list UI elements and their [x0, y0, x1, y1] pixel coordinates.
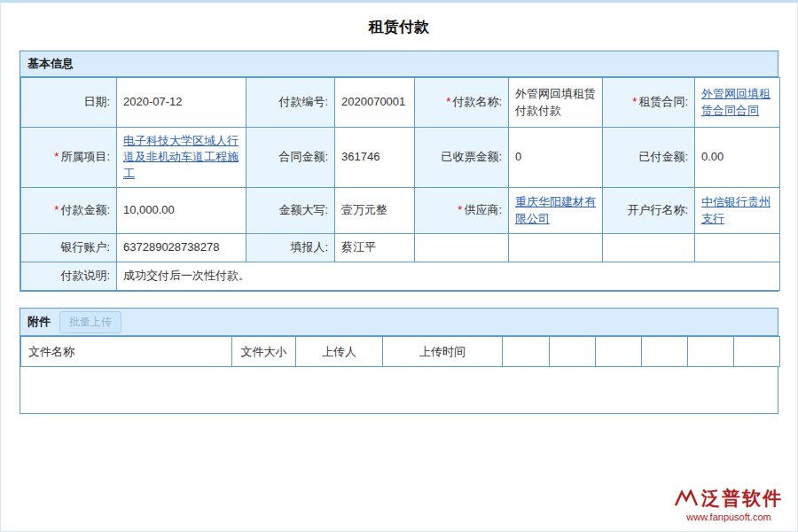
column-file-name: 文件名称 [21, 337, 232, 367]
attachments-header-row: 文件名称 文件大小 上传人 上传时间 [21, 337, 780, 367]
lease-contract-link[interactable]: 外管网回填租赁合同合同 [701, 87, 771, 116]
lease-contract-value-cell: 外管网回填租赁合同合同 [695, 78, 780, 128]
preparer-label: 填报人: [246, 234, 335, 262]
column-file-size: 文件大小 [232, 337, 296, 367]
lease-contract-label: *租赁合同: [603, 78, 695, 128]
supplier-link[interactable]: 重庆华阳建材有限公司 [515, 195, 596, 224]
required-asterisk: * [446, 95, 450, 108]
attachments-title: 附件 [27, 314, 51, 330]
pay-note-label: 付款说明: [21, 262, 117, 291]
required-asterisk: * [458, 203, 462, 216]
empty-cell [415, 234, 509, 262]
basic-info-row-3: *付款金额: 10,000.00 金额大写: 壹万元整 *供应商: 重庆华阳建材… [21, 188, 780, 234]
contract-amount-label: 合同金额: [246, 128, 335, 188]
column-empty-3 [596, 337, 642, 367]
brand-name: 泛普软件 [701, 486, 783, 511]
attachments-table: 文件名称 文件大小 上传人 上传时间 [20, 336, 780, 367]
basic-info-section-header: 基本信息 [20, 51, 778, 77]
page-title: 租赁付款 [1, 3, 797, 51]
pay-name-label: *付款名称: [415, 78, 509, 128]
basic-info-row-5: 付款说明: 成功交付后一次性付款。 [21, 262, 780, 291]
column-empty-2 [550, 337, 596, 367]
column-empty-4 [642, 337, 688, 367]
amount-in-words-label: 金额大写: [246, 188, 335, 234]
pay-no-value: 2020070001 [335, 78, 415, 128]
contract-amount-value: 361746 [335, 128, 415, 188]
pay-name-value: 外管网回填租赁付款付款 [509, 78, 603, 128]
payment-amount-label: *付款金额: [21, 188, 117, 234]
lease-contract-label-text: 租赁合同: [638, 95, 688, 108]
payment-amount-label-text: 付款金额: [60, 203, 110, 216]
column-empty-1 [503, 337, 550, 367]
column-uploader: 上传人 [296, 337, 383, 367]
project-link[interactable]: 电子科技大学区域人行道及非机动车道工程施工 [123, 134, 239, 179]
payment-amount-value: 10,000.00 [117, 188, 246, 234]
fanpu-logo-icon [675, 489, 698, 507]
footer-brand-block: 泛普软件 www.fanpusoft.com [675, 486, 783, 522]
basic-info-row-1: 日期: 2020-07-12 付款编号: 2020070001 *付款名称: 外… [21, 78, 780, 128]
preparer-value: 蔡江平 [335, 234, 415, 262]
basic-info-row-2: *所属项目: 电子科技大学区域人行道及非机动车道工程施工 合同金额: 36174… [21, 128, 780, 188]
required-asterisk: * [54, 150, 59, 163]
date-value: 2020-07-12 [117, 78, 246, 128]
column-empty-6 [734, 337, 780, 367]
required-asterisk: * [632, 95, 637, 108]
attachments-empty-list [20, 367, 778, 413]
bank-account-label: 银行账户: [21, 234, 117, 262]
pay-note-value: 成功交付后一次性付款。 [117, 262, 780, 291]
invoice-received-label: 已收票金额: [415, 128, 509, 188]
basic-info-section: 基本信息 日期: 2020-07-12 付款编号: 2020070001 *付款… [20, 51, 778, 292]
pay-no-label: 付款编号: [246, 78, 335, 128]
empty-cell [509, 234, 603, 262]
date-label: 日期: [21, 78, 117, 128]
project-label-text: 所属项目: [60, 150, 110, 163]
project-value-cell: 电子科技大学区域人行道及非机动车道工程施工 [117, 128, 246, 188]
pay-name-label-text: 付款名称: [452, 95, 502, 108]
supplier-label: *供应商: [415, 188, 509, 234]
project-label: *所属项目: [21, 128, 117, 188]
brand-url: www.fanpusoft.com [675, 512, 783, 522]
bank-name-link[interactable]: 中信银行贵州支行 [701, 195, 771, 224]
batch-upload-button[interactable]: 批量上传 [59, 311, 121, 333]
bank-name-value-cell: 中信银行贵州支行 [695, 188, 780, 234]
empty-cell [603, 234, 695, 262]
footer-brand-line: 泛普软件 [675, 486, 783, 511]
bank-account-value: 637289028738278 [117, 234, 246, 262]
basic-info-row-4: 银行账户: 637289028738278 填报人: 蔡江平 [21, 234, 780, 262]
invoice-received-value: 0 [509, 128, 603, 188]
paid-amount-value: 0.00 [695, 128, 780, 188]
supplier-value-cell: 重庆华阳建材有限公司 [509, 188, 603, 234]
bank-name-label: 开户行名称: [603, 188, 695, 234]
column-empty-5 [688, 337, 734, 367]
attachments-section: 附件 批量上传 文件名称 文件大小 上传人 上传时间 [20, 308, 778, 414]
column-upload-time: 上传时间 [383, 337, 503, 367]
attachments-section-header: 附件 批量上传 [20, 309, 778, 336]
supplier-label-text: 供应商: [464, 203, 502, 216]
empty-cell [695, 234, 780, 262]
amount-in-words-value: 壹万元整 [335, 188, 415, 234]
page: 租赁付款 基本信息 日期: 2020-07-12 付款编号: 202007000… [0, 0, 798, 532]
basic-info-table: 日期: 2020-07-12 付款编号: 2020070001 *付款名称: 外… [20, 77, 780, 291]
paid-amount-label: 已付金额: [603, 128, 695, 188]
required-asterisk: * [54, 203, 59, 216]
